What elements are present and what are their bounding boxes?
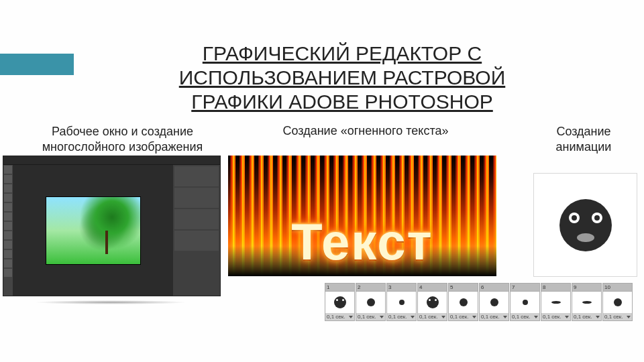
frame-duration[interactable]: 0,1 сек. <box>449 313 478 320</box>
frame-dot-icon <box>490 298 498 306</box>
frame-dot-icon <box>334 296 346 308</box>
frame-number: 2 <box>356 284 385 292</box>
frame-duration-label: 0,1 сек. <box>419 314 438 320</box>
frame-duration[interactable]: 0,1 сек. <box>418 313 447 320</box>
frame-dot-icon <box>614 298 622 306</box>
animation-frame[interactable]: 30,1 сек. <box>386 283 417 321</box>
frame-dot-icon <box>551 301 561 304</box>
photoshop-panels <box>173 165 220 296</box>
frame-duration-label: 0,1 сек. <box>543 314 561 320</box>
frame-number: 9 <box>572 284 601 292</box>
frame-number: 3 <box>387 284 416 292</box>
frame-thumbnail <box>356 292 385 313</box>
slide-title: ГРАФИЧЕСКИЙ РЕДАКТОР С ИСПОЛЬЗОВАНИЕМ РА… <box>134 42 550 114</box>
caption-workspace: Рабочее окно и создание многослойного из… <box>20 124 225 154</box>
animation-frame[interactable]: 90,1 сек. <box>572 283 602 321</box>
frame-dot-icon <box>367 298 375 306</box>
animation-timeline: 10,1 сек.20,1 сек.30,1 сек.40,1 сек.50,1… <box>325 283 633 321</box>
chevron-down-icon <box>441 316 445 318</box>
animation-frame[interactable]: 100,1 сек. <box>602 283 633 321</box>
chevron-down-icon <box>472 316 476 318</box>
chevron-down-icon <box>380 316 384 318</box>
frame-thumbnail <box>603 292 632 313</box>
frame-duration-label: 0,1 сек. <box>358 314 376 320</box>
chevron-down-icon <box>565 316 569 318</box>
frame-thumbnail <box>449 292 478 313</box>
frame-duration[interactable]: 0,1 сек. <box>572 313 601 320</box>
animation-frame[interactable]: 80,1 сек. <box>541 283 571 321</box>
frame-duration-label: 0,1 сек. <box>388 314 407 320</box>
photoshop-window <box>3 156 221 296</box>
frame-thumbnail <box>511 292 539 313</box>
animation-frame[interactable]: 50,1 сек. <box>448 283 478 321</box>
frame-dot-icon <box>399 300 405 305</box>
frame-dot-icon <box>427 296 439 308</box>
frame-dot-icon <box>582 301 592 304</box>
smiley-face-icon <box>559 199 612 251</box>
frame-duration[interactable]: 0,1 сек. <box>356 313 385 320</box>
animation-frame[interactable]: 10,1 сек. <box>325 283 355 321</box>
frame-duration-label: 0,1 сек. <box>512 314 531 320</box>
frame-duration[interactable]: 0,1 сек. <box>541 313 570 320</box>
animation-frame[interactable]: 70,1 сек. <box>510 283 540 321</box>
frame-number: 6 <box>480 284 508 292</box>
frame-duration[interactable]: 0,1 сек. <box>387 313 416 320</box>
frame-duration[interactable]: 0,1 сек. <box>603 313 632 320</box>
photoshop-canvas <box>13 165 173 296</box>
frame-number: 8 <box>541 284 570 292</box>
caption-fire-text: Создание «огненного текста» <box>235 124 496 138</box>
frame-thumbnail <box>480 292 508 313</box>
frame-duration[interactable]: 0,1 сек. <box>480 313 508 320</box>
frame-dot-icon <box>460 298 468 306</box>
frame-number: 1 <box>325 284 354 292</box>
animation-frame[interactable]: 20,1 сек. <box>356 283 386 321</box>
frame-duration-label: 0,1 сек. <box>604 314 623 320</box>
frame-number: 5 <box>449 284 478 292</box>
frame-number: 10 <box>603 284 632 292</box>
frame-dot-icon <box>523 300 528 305</box>
animation-frame[interactable]: 60,1 сек. <box>479 283 509 321</box>
photoshop-menubar <box>3 156 220 165</box>
photoshop-toolbar <box>3 165 13 296</box>
frame-number: 7 <box>511 284 539 292</box>
photoshop-tree-image <box>46 197 140 264</box>
fire-word: Текст <box>228 213 496 271</box>
chevron-down-icon <box>627 316 631 318</box>
frame-number: 4 <box>418 284 447 292</box>
frame-duration[interactable]: 0,1 сек. <box>325 313 354 320</box>
chevron-down-icon <box>503 316 507 318</box>
fire-text-image: Текст <box>228 156 496 276</box>
chevron-down-icon <box>349 316 353 318</box>
chevron-down-icon <box>411 316 415 318</box>
animation-frame[interactable]: 40,1 сек. <box>417 283 447 321</box>
frame-duration-label: 0,1 сек. <box>450 314 469 320</box>
caption-animation: Создание анимации <box>530 124 637 154</box>
frame-duration-label: 0,1 сек. <box>481 314 500 320</box>
shadow-decor <box>34 300 188 304</box>
frame-duration-label: 0,1 сек. <box>327 314 345 320</box>
frame-thumbnail <box>387 292 416 313</box>
frame-duration[interactable]: 0,1 сек. <box>511 313 539 320</box>
frame-thumbnail <box>325 292 354 313</box>
accent-bar <box>0 54 74 75</box>
frame-duration-label: 0,1 сек. <box>574 314 592 320</box>
chevron-down-icon <box>534 316 538 318</box>
frame-thumbnail <box>418 292 447 313</box>
frame-thumbnail <box>541 292 570 313</box>
frame-thumbnail <box>572 292 601 313</box>
smiley-image <box>533 173 637 277</box>
chevron-down-icon <box>596 316 600 318</box>
